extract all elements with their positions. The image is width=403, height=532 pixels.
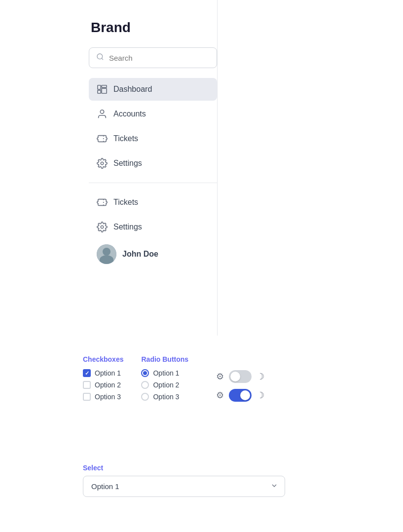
moon-icon-1: ☽ (256, 371, 264, 382)
checkbox-3[interactable] (83, 393, 91, 401)
sidebar-item-dashboard-label: Dashboard (113, 85, 152, 94)
select-input[interactable]: Option 1 Option 2 Option 3 (83, 476, 285, 497)
checkboxes-group: Checkboxes Option 1 Option 2 Option 3 (83, 355, 123, 405)
toggle-row-2: ⚙ ☽ (216, 389, 264, 402)
checkbox-1-label: Option 1 (95, 369, 121, 377)
toggle-row-1: ⚙ ☽ (216, 370, 264, 383)
radio-option1[interactable]: Option 1 (141, 369, 188, 377)
tickets-icon (97, 133, 108, 144)
sidebar-item-tickets2-label: Tickets (113, 198, 138, 207)
nav-divider (89, 183, 217, 183)
radio-2-label: Option 2 (153, 381, 179, 389)
tickets2-icon (97, 197, 108, 208)
checkbox-3-label: Option 3 (95, 393, 121, 401)
sidebar-item-dashboard[interactable]: Dashboard (89, 78, 217, 101)
checkbox-2[interactable] (83, 381, 91, 389)
moon-icon-2: ☽ (256, 390, 264, 401)
primary-nav: Dashboard Accounts Tickets (89, 78, 217, 175)
svg-line-1 (102, 58, 103, 60)
svg-point-7 (101, 162, 104, 165)
radio-3-label: Option 3 (153, 393, 179, 401)
select-section: Select Option 1 Option 2 Option 3 (83, 464, 285, 497)
sidebar-item-accounts[interactable]: Accounts (89, 103, 217, 125)
sidebar-divider (217, 0, 218, 336)
search-icon (96, 53, 104, 63)
svg-point-0 (97, 54, 103, 59)
svg-rect-4 (102, 85, 107, 88)
sidebar-item-settings2-label: Settings (113, 223, 142, 231)
dashboard-icon (97, 84, 108, 95)
controls-section: Checkboxes Option 1 Option 2 Option 3 Ra… (83, 355, 290, 405)
checkbox-1[interactable] (83, 369, 91, 377)
radios-label: Radio Buttons (141, 355, 188, 363)
accounts-icon (97, 109, 108, 119)
svg-rect-2 (98, 85, 101, 89)
sidebar-item-tickets2[interactable]: Tickets (89, 191, 217, 214)
checkbox-option3[interactable]: Option 3 (83, 393, 123, 401)
toggle-1[interactable] (229, 370, 252, 383)
radio-3[interactable] (141, 393, 149, 401)
search-input[interactable] (109, 54, 210, 62)
sidebar-item-settings-label: Settings (113, 159, 142, 168)
radio-option2[interactable]: Option 2 (141, 381, 188, 389)
sidebar-item-tickets-label: Tickets (113, 134, 138, 143)
settings-icon (97, 158, 108, 169)
toggle-2[interactable] (229, 389, 252, 402)
radio-option3[interactable]: Option 3 (141, 393, 188, 401)
checkbox-2-label: Option 2 (95, 381, 121, 389)
sidebar-item-settings2[interactable]: Settings (89, 216, 217, 238)
checkbox-option1[interactable]: Option 1 (83, 369, 123, 377)
secondary-nav: Tickets Settings (89, 191, 217, 238)
sidebar-item-settings[interactable]: Settings (89, 152, 217, 175)
brand-title: Brand (89, 20, 217, 36)
radio-2[interactable] (141, 381, 149, 389)
sidebar-item-accounts-label: Accounts (113, 110, 146, 118)
checkboxes-label: Checkboxes (83, 355, 123, 363)
toggle-2-knob (240, 390, 250, 400)
sidebar: Brand Dashboard (89, 20, 217, 326)
svg-point-8 (101, 226, 104, 228)
user-name: John Doe (122, 250, 158, 259)
avatar (97, 244, 116, 264)
user-profile[interactable]: John Doe (89, 240, 217, 268)
radio-1-label: Option 1 (153, 369, 179, 377)
radios-group: Radio Buttons Option 1 Option 2 Option 3 (141, 355, 188, 405)
svg-rect-3 (98, 90, 101, 93)
select-wrapper: Option 1 Option 2 Option 3 (83, 476, 285, 497)
sidebar-item-tickets[interactable]: Tickets (89, 127, 217, 150)
settings2-icon (97, 222, 108, 232)
gear-icon-2: ⚙ (216, 390, 224, 401)
gear-icon-1: ⚙ (216, 371, 224, 382)
svg-rect-5 (102, 88, 107, 93)
search-box[interactable] (89, 47, 217, 68)
radio-1[interactable] (141, 369, 149, 377)
toggle-1-knob (230, 372, 240, 381)
select-label: Select (83, 464, 285, 472)
toggles-section: ⚙ ☽ ⚙ ☽ (216, 370, 264, 402)
svg-point-6 (100, 110, 104, 114)
checkbox-option2[interactable]: Option 2 (83, 381, 123, 389)
